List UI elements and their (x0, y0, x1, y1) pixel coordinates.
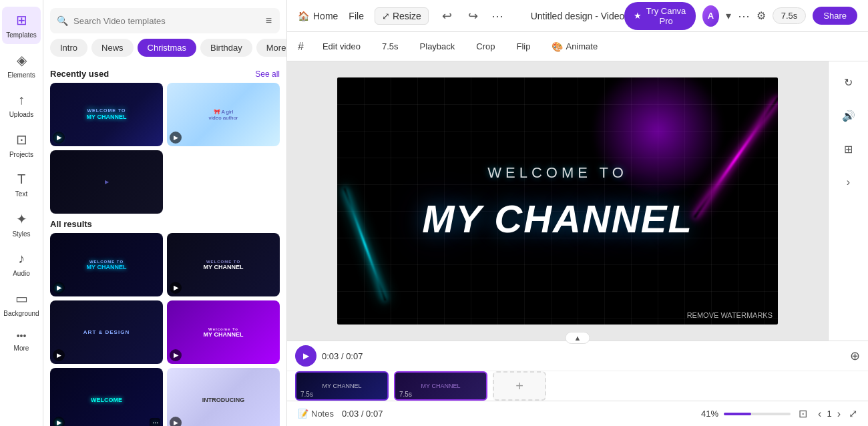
timeline-clip-2[interactable]: MY CHANNEL 7.5s (394, 371, 487, 401)
resize-button[interactable]: ⤢ Resize (375, 7, 429, 25)
sidebar-item-elements[interactable]: ◈ Elements (2, 47, 41, 84)
add-page-icon[interactable]: ⊕ (850, 349, 860, 363)
crop-button[interactable]: Crop (471, 39, 500, 54)
sidebar-item-label: Audio (13, 270, 30, 277)
play-badge: ▶ (53, 417, 65, 426)
canvas-frame[interactable]: WELCOME TO MY CHANNEL REMOVE WATERMARKS (337, 77, 778, 325)
sidebar-item-more[interactable]: ••• More (2, 325, 41, 357)
next-page-button[interactable]: › (835, 407, 843, 421)
tag-christmas[interactable]: Christmas (138, 39, 197, 57)
toolbar-center: Untitled design - Video (531, 11, 625, 21)
timeline-controls: ▶ 0:03 / 0:07 ⊕ (287, 341, 868, 371)
play-badge: ▶ (170, 132, 182, 144)
zoom-slider[interactable] (724, 413, 791, 415)
right-panel: ↻ 🔊 ⊞ › (828, 61, 868, 341)
hash-button[interactable]: # (298, 41, 304, 53)
zoom-pct: 41% (701, 409, 718, 419)
timeline-track: MY CHANNEL 7.5s MY CHANNEL 7.5s + (287, 371, 868, 401)
grid-icon[interactable]: ⊞ (835, 135, 863, 163)
clip-time: 7.5s (300, 391, 313, 398)
timeline-clip-1[interactable]: MY CHANNEL 7.5s (295, 371, 389, 401)
play-badge: ▶ (170, 349, 182, 361)
notes-button[interactable]: 📝 Notes (298, 409, 334, 419)
animate-button[interactable]: 🎨 Animate (546, 39, 603, 55)
all-results-section: All results (50, 219, 280, 229)
filter-button[interactable]: ≡ (264, 13, 273, 28)
all-results-row-3: WELCOME ▶ ⋯ INTRODUCING ▶ (50, 368, 280, 426)
see-all-link[interactable]: See all (255, 69, 280, 79)
play-button[interactable]: ▶ (295, 345, 316, 367)
sidebar-item-text[interactable]: T Text (2, 166, 41, 203)
undo-button[interactable]: ↩ (439, 6, 455, 26)
redo-button[interactable]: ↪ (465, 6, 481, 26)
toolbar-left: 🏠 Home File ⤢ Resize ↩ ↪ ⋯ (298, 6, 531, 26)
duration-badge[interactable]: 7.5s (773, 7, 807, 24)
sidebar-item-label: Styles (12, 230, 30, 238)
uploads-icon: ↑ (18, 92, 25, 108)
sidebar-item-label: Templates (6, 31, 37, 39)
sidebar-item-uploads[interactable]: ↑ Uploads (2, 87, 41, 124)
resize-label: Resize (393, 11, 421, 21)
right-chevron-icon[interactable]: › (835, 168, 863, 196)
settings-icon[interactable]: ⚙ (756, 9, 766, 22)
template-all-5[interactable]: WELCOME ▶ ⋯ (50, 368, 163, 426)
canvas-area: 🗑 ••• WELCOME TO MY CHANNEL REMOVE WATER… (287, 61, 828, 341)
sidebar-item-styles[interactable]: ✦ Styles (2, 206, 41, 243)
template-thumb-1[interactable]: WELCOME TO MY CHANNEL ▶ (50, 83, 163, 146)
duration-button[interactable]: 7.5s (377, 39, 404, 54)
play-badge: ▶ (170, 282, 182, 294)
avatar: A (702, 5, 719, 27)
template-all-4[interactable]: Welcome To MY CHANNEL ▶ (167, 300, 280, 364)
bottom-right: 41% ⊡ ‹ 1 › ⤢ (701, 406, 857, 421)
canvas-toolbar: # Edit video 7.5s Playback Crop Flip 🎨 A… (287, 32, 868, 61)
tag-news[interactable]: News (91, 39, 134, 57)
playback-button[interactable]: Playback (415, 39, 461, 54)
timeline-add-button[interactable]: + (493, 371, 546, 401)
thumb-main-label: MY CHANNEL (87, 114, 127, 122)
tag-more[interactable]: More (256, 39, 286, 57)
template-all-3[interactable]: ART & DESIGN ▶ (50, 300, 163, 364)
file-button[interactable]: File (349, 11, 364, 21)
tag-intro[interactable]: Intro (50, 39, 87, 57)
refresh-icon[interactable]: ↻ (835, 68, 863, 96)
sidebar-item-label: Text (15, 190, 27, 198)
try-canva-button[interactable]: ★ Try Canva Pro (624, 2, 696, 30)
recently-used-title: Recently used (50, 69, 109, 79)
sidebar-item-audio[interactable]: ♪ Audio (2, 246, 41, 282)
remove-watermarks[interactable]: REMOVE WATERMARKS (687, 311, 773, 319)
home-button[interactable]: 🏠 Home (298, 11, 338, 21)
notes-icon: 📝 (298, 409, 308, 419)
prev-page-button[interactable]: ‹ (815, 407, 824, 421)
fit-view-button[interactable]: ⊡ (796, 406, 810, 421)
sidebar-item-background[interactable]: ▭ Background (2, 285, 41, 323)
time-display: 0:03 / 0:07 (342, 409, 383, 419)
color-wheel-icon: 🎨 (552, 41, 563, 52)
design-title: Untitled design - Video (531, 11, 625, 21)
template-all-1[interactable]: WELCOME TO MY CHANNEL ▶ (50, 233, 163, 296)
search-bar: 🔍 ≡ (50, 8, 280, 33)
more-badge: ⋯ (150, 418, 160, 426)
template-all-6[interactable]: INTRODUCING ▶ (167, 368, 280, 426)
canvas-and-right: 🗑 ••• WELCOME TO MY CHANNEL REMOVE WATER… (287, 61, 868, 341)
speaker-icon[interactable]: 🔊 (835, 101, 863, 130)
canvas-text-top: WELCOME TO (487, 164, 628, 182)
template-all-2[interactable]: WELCOME TO MY CHANNEL ▶ (167, 233, 280, 296)
flip-button[interactable]: Flip (511, 39, 536, 54)
fullscreen-button[interactable]: ⤢ (849, 407, 857, 420)
sidebar-item-label: More (14, 345, 29, 352)
more-icon: ••• (17, 331, 27, 341)
tag-birthday[interactable]: Birthday (200, 39, 252, 57)
template-thumb-2[interactable]: 🎀 A girl video author ▶ (167, 83, 280, 146)
sidebar-item-templates[interactable]: ⊞ Templates (2, 7, 41, 44)
template-thumb-3[interactable]: ▶ (50, 150, 163, 214)
styles-icon: ✦ (16, 211, 27, 227)
search-input[interactable] (73, 16, 259, 26)
more-options-icon[interactable]: ⋯ (491, 9, 503, 23)
share-button[interactable]: Share (813, 7, 857, 25)
dots-menu-icon[interactable]: ⋯ (738, 9, 750, 23)
sidebar-item-projects[interactable]: ⊡ Projects (2, 126, 41, 164)
hide-timeline-button[interactable]: ▲ (566, 332, 590, 344)
main-area: 🏠 Home File ⤢ Resize ↩ ↪ ⋯ Untitled desi… (287, 0, 868, 426)
edit-video-button[interactable]: Edit video (317, 39, 366, 54)
chevron-down-icon[interactable]: ▾ (726, 9, 731, 22)
